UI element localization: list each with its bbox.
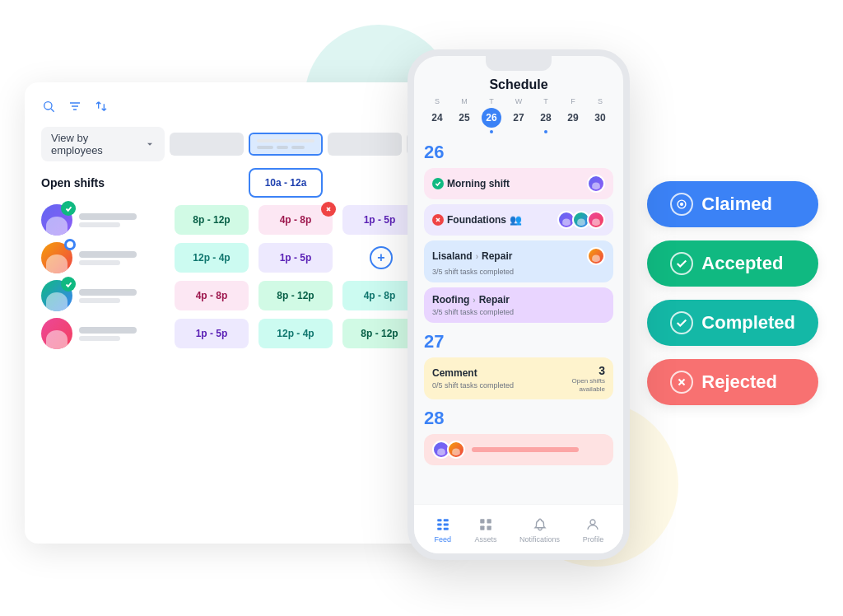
card-avatars-foundations (557, 211, 605, 229)
svg-rect-9 (437, 519, 441, 521)
open-shifts-row: Open shifts 10a - 12a (41, 168, 436, 198)
cal-dot (463, 130, 466, 133)
circle-badge (64, 239, 76, 250)
shift-cell-1-1[interactable]: 8p - 12p (175, 205, 249, 235)
open-shift-empty2 (328, 168, 402, 198)
cal-label: M (461, 97, 468, 105)
schedule-card-roofing[interactable]: Roofing › Repair 3/5 shift tasks complet… (424, 287, 613, 323)
card-sub-cemment: 0/5 shift tasks completed (432, 381, 572, 390)
check-badge-3 (61, 277, 76, 292)
employee-info-4 (41, 318, 165, 349)
filter-icon[interactable] (68, 99, 82, 114)
schedule-card-morning[interactable]: Morning shift (424, 168, 613, 199)
cal-label: W (515, 97, 523, 105)
grid-footer: 0/5 (41, 356, 436, 365)
shift-cell-3-2[interactable]: 8p - 12p (258, 281, 333, 310)
svg-rect-14 (444, 527, 449, 530)
schedule-card-lisaland[interactable]: Lisaland › Repair 3/5 shift tasks comple… (424, 240, 613, 282)
avatar-container-2 (41, 242, 72, 273)
employee-rows: 8p - 12p 4p - 8p 1p - 5p (41, 204, 436, 349)
emp-name-line (79, 213, 137, 220)
shift-cell-1-3[interactable]: 1p - 5p (342, 205, 417, 235)
phone-title: Schedule (424, 71, 613, 97)
claimed-label: Claimed (701, 194, 772, 215)
view-selector[interactable]: View by employees (41, 127, 165, 161)
shift-cell-4-1[interactable]: 1p - 5p (175, 319, 249, 348)
table-row: 4p - 8p 8p - 12p 4p - 8p (41, 280, 436, 311)
calendar-strip: S 24 M 25 T 26 W 27 T 28 (424, 97, 613, 133)
schedule-section-28: 28 (424, 408, 613, 465)
svg-point-19 (590, 520, 595, 525)
nav-assets[interactable]: Assets (474, 516, 496, 544)
cal-dot (598, 130, 602, 133)
check-badge-1 (61, 201, 76, 216)
schedule-card-cemment[interactable]: Cemment 0/5 shift tasks completed 3 Open… (424, 357, 613, 399)
completed-label: Completed (701, 312, 795, 334)
shift-cell-3-3[interactable]: 4p - 8p (342, 281, 417, 310)
schedule-card-foundations[interactable]: Foundations 👥 (424, 204, 613, 236)
card-title-cemment: Cemment (432, 367, 572, 379)
section-day-28: 28 (424, 408, 613, 429)
card-avatar (587, 247, 605, 265)
cal-day-tue[interactable]: T 26 (480, 97, 503, 133)
completed-icon (670, 311, 693, 334)
status-badge-rejected[interactable]: Rejected (647, 359, 818, 405)
shift-cell-2-2[interactable]: 1p - 5p (258, 243, 333, 273)
nav-label-profile: Profile (583, 535, 604, 544)
card-avatar (587, 175, 605, 193)
shift-cell-3-1[interactable]: 4p - 8p (175, 281, 249, 310)
add-shift-button[interactable]: + (370, 246, 393, 269)
shift-cell-4-3[interactable]: 8p - 12p (342, 319, 417, 348)
rejected-label: Rejected (701, 371, 777, 393)
cal-day-sun: S 24 (426, 97, 449, 133)
shift-cell-4-2[interactable]: 12p - 4p (258, 319, 333, 348)
cal-dot-active (490, 130, 493, 133)
employee-info-2 (41, 242, 165, 273)
card-avatars-28 (432, 441, 465, 459)
card-title-morning: Morning shift (432, 178, 510, 189)
schedule-card-28[interactable] (424, 434, 613, 465)
phone-nav: Feed Assets Notifications (414, 504, 623, 553)
open-shift-time[interactable]: 10a - 12a (249, 168, 323, 198)
phone-mockup: Schedule S 24 M 25 T 26 W 27 (408, 49, 630, 560)
nav-label-feed: Feed (435, 535, 452, 544)
svg-rect-16 (487, 519, 491, 523)
rejected-icon (670, 371, 693, 394)
card-sub-roofing: 3/5 shift tasks completed (432, 308, 605, 316)
assets-icon (477, 516, 495, 534)
svg-rect-11 (437, 527, 441, 530)
nav-feed[interactable]: Feed (434, 516, 452, 544)
group-icon: 👥 (510, 214, 522, 226)
nav-notifications[interactable]: Notifications (519, 516, 560, 544)
card-title-foundations: Foundations 👥 (432, 214, 522, 226)
open-shifts-badge: 3 Open shiftsavailable (572, 364, 605, 393)
card-line-1 (472, 447, 579, 452)
card-avatars (587, 175, 605, 193)
sort-icon[interactable] (94, 99, 109, 114)
emp-role-line (79, 336, 120, 341)
table-row: 12p - 4p 1p - 5p + (41, 242, 436, 273)
card-avatar (587, 211, 605, 229)
nav-label-notifications: Notifications (519, 535, 560, 544)
emp-name-line (79, 251, 137, 258)
avatar-container-3 (41, 280, 72, 311)
bell-icon (531, 516, 549, 534)
card-avatar (447, 441, 465, 459)
accepted-label: Accepted (701, 253, 783, 274)
card-avatar-lisaland (587, 247, 605, 265)
status-badge-accepted[interactable]: Accepted (647, 240, 818, 287)
search-icon[interactable] (41, 99, 56, 114)
col-header-2 (249, 133, 323, 156)
shift-cell-2-1[interactable]: 12p - 4p (175, 243, 249, 273)
svg-rect-15 (480, 519, 484, 523)
card-sub-lisaland: 3/5 shift tasks completed (432, 268, 605, 276)
section-day-27: 27 (424, 331, 613, 352)
cal-day-wed: W 27 (507, 97, 530, 133)
col-header-1 (170, 133, 244, 156)
svg-rect-13 (444, 523, 449, 525)
status-badge-claimed[interactable]: Claimed (647, 181, 818, 227)
nav-profile[interactable]: Profile (583, 516, 604, 544)
col-header-3 (328, 133, 402, 156)
status-badge-completed[interactable]: Completed (647, 300, 818, 346)
nav-label-assets: Assets (474, 535, 496, 544)
